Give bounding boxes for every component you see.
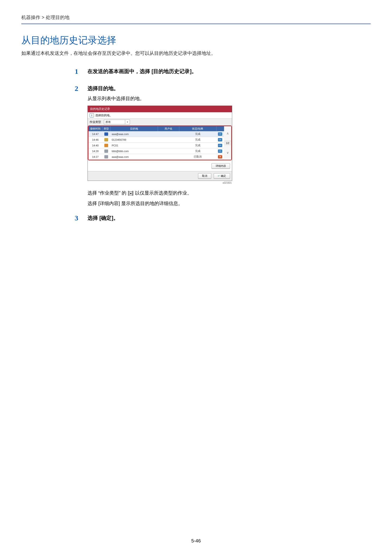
cell-result: OK: [216, 143, 224, 148]
step-title: 在发送的基本画面中，选择 [目的地历史记录]。: [87, 68, 371, 75]
cell-status: 完成: [179, 131, 216, 137]
cell-result: OK: [216, 137, 224, 143]
th-time: 接收时间: [88, 126, 102, 131]
pc-icon: [104, 155, 108, 159]
th-user: 用户名: [158, 126, 179, 131]
step-title: 选择目的地。: [87, 85, 371, 92]
cell-user: [158, 137, 179, 143]
screenshot-panel: 目的地历史记录 i 选择目的地。 作业类型 所有 ▾: [87, 106, 232, 181]
step-note-1: 选择 “作业类型” 的 [▾] 以仅显示所选类型的作业。: [87, 188, 371, 197]
cell-status: 已取消: [179, 154, 216, 160]
step-number: 3: [75, 214, 80, 225]
page-title: 从目的地历史记录选择: [21, 34, 371, 47]
cell-user: [158, 131, 179, 137]
mail-icon: [104, 132, 108, 136]
screenshot-id: s021601: [87, 182, 232, 184]
ok-badge: OK: [218, 132, 222, 136]
page-number: 5-46: [0, 538, 392, 544]
header-rule: [21, 23, 371, 24]
enter-icon: ↵: [218, 174, 220, 177]
cell-time: 14:47: [88, 131, 102, 137]
cell-dest: aaa@aaa.com: [110, 131, 158, 137]
step-1: 1 在发送的基本画面中，选择 [目的地历史记录]。: [75, 68, 371, 78]
cell-type: [102, 143, 110, 148]
table-row[interactable]: 14:27 aaa@aaa.com 已取消 ✖: [88, 154, 224, 160]
step-note-2: 选择 [详细内容] 显示所选目的地的详细信息。: [87, 199, 371, 208]
table-row[interactable]: 14:47 aaa@aaa.com 完成 OK: [88, 131, 224, 137]
chevron-down-icon: ▾: [129, 191, 132, 195]
printer-icon: [104, 144, 108, 147]
cell-time: 14:27: [88, 154, 102, 160]
step-number: 1: [75, 68, 80, 78]
filter-label: 作业类型: [90, 120, 101, 124]
table-row[interactable]: 14:46 0123456789 完成 OK: [88, 137, 224, 143]
cell-dest: bbb@bbb.com: [110, 148, 158, 154]
dialog-info-row: i 选择目的地。: [88, 112, 232, 119]
cell-status: 完成: [179, 143, 216, 148]
cell-time: 14:40: [88, 143, 102, 148]
cell-result: OK: [216, 131, 224, 137]
cell-time: 14:46: [88, 137, 102, 143]
dialog-titlebar: 目的地历史记录: [88, 106, 232, 112]
history-table: 接收时间 类型 目的地 用户名 状态/结果: [88, 126, 224, 160]
detail-button[interactable]: 详细内容: [212, 163, 230, 169]
pc-icon: [104, 149, 108, 153]
ok-button[interactable]: ↵确定: [214, 173, 230, 179]
cell-user: [158, 143, 179, 148]
th-status: 状态/结果: [179, 126, 216, 131]
cell-type: [102, 154, 110, 160]
cell-status: 完成: [179, 137, 216, 143]
ok-badge: OK: [218, 138, 222, 141]
filter-row: 作业类型 所有 ▾: [88, 119, 232, 125]
step-3: 3 选择 [确定]。: [75, 214, 371, 225]
scroll-column: ∧ 1/2 ∨: [224, 126, 231, 160]
table-row[interactable]: 14:28 bbb@bbb.com 完成 OK: [88, 148, 224, 154]
step-title: 选择 [确定]。: [87, 214, 371, 222]
step-2: 2 选择目的地。 从显示列表中选择目的地。 目的地历史记录 i 选择目的地。 作…: [75, 85, 371, 208]
cell-dest: 0123456789: [110, 137, 158, 143]
ok-badge: OK: [218, 149, 222, 153]
cell-status: 完成: [179, 148, 216, 154]
cell-result: ✖: [216, 154, 224, 160]
cell-type: [102, 131, 110, 137]
cell-time: 14:28: [88, 148, 102, 154]
page-indicator: 1/2: [224, 141, 231, 146]
cell-type: [102, 148, 110, 154]
cell-user: [158, 154, 179, 160]
info-icon: i: [90, 113, 94, 117]
table-row[interactable]: 14:40 PC01 完成 OK: [88, 143, 224, 148]
step-desc: 从显示列表中选择目的地。: [87, 95, 371, 102]
cancel-badge: ✖: [218, 155, 222, 159]
intro-text: 如果通过本机发送文件，在地址会保存至历史记录中。您可以从目的地历史记录中选择地址…: [21, 50, 371, 57]
cell-dest: aaa@aaa.com: [110, 154, 158, 160]
cell-type: [102, 137, 110, 143]
ok-badge: OK: [218, 144, 222, 147]
th-dest: 目的地: [110, 126, 158, 131]
cell-user: [158, 148, 179, 154]
scroll-down-button[interactable]: ∨: [224, 146, 231, 160]
breadcrumb: 机器操作 > 处理目的地: [21, 14, 371, 21]
cell-result: OK: [216, 148, 224, 154]
th-type: 类型: [102, 126, 110, 131]
job-type-select[interactable]: 所有 ▾: [104, 120, 130, 124]
chevron-down-icon: ▾: [125, 120, 130, 124]
scroll-up-button[interactable]: ∧: [224, 126, 231, 141]
fax-icon: [104, 138, 108, 141]
ok-button-label: 确定: [221, 174, 226, 178]
dialog-info-text: 选择目的地。: [95, 113, 112, 117]
cell-dest: PC01: [110, 143, 158, 148]
select-value: 所有: [104, 120, 125, 124]
highlight-box: 接收时间 类型 目的地 用户名 状态/结果: [88, 125, 232, 161]
cancel-button[interactable]: 取消: [198, 173, 211, 179]
step-number: 2: [75, 85, 80, 208]
